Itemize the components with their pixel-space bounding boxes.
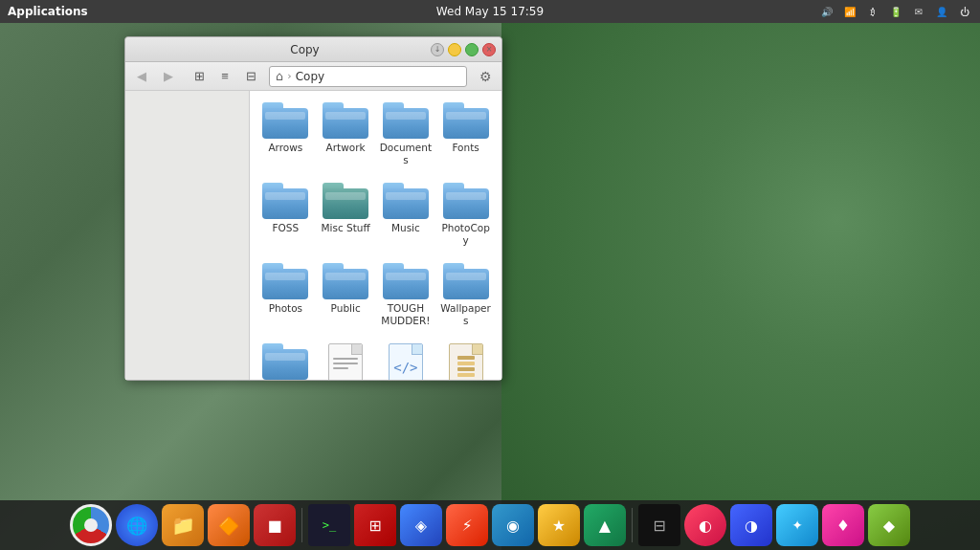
dock-item-app13[interactable]: ⊟ [638, 504, 680, 546]
folder-music-icon [383, 183, 429, 219]
dock-item-app5[interactable]: ■ [254, 504, 296, 546]
wifi-icon[interactable]: 📶 [842, 4, 858, 19]
list-item[interactable]: Misc Stuff [318, 179, 374, 255]
file-label-arrows: Arrows [268, 142, 302, 154]
download-btn[interactable]: ↓ [431, 43, 444, 56]
list-item[interactable]: Websites [257, 340, 314, 380]
dock-item-app9[interactable]: ⚡ [446, 504, 488, 546]
dock-item-firefox[interactable]: 🌐 [116, 504, 158, 546]
list-item[interactable]: FOSS [257, 179, 314, 255]
list-item[interactable]: desktop.ini [318, 340, 374, 380]
dock-item-app8[interactable]: ◈ [400, 504, 442, 546]
file-label-toughmudder: TOUGH MUDDER! [380, 302, 433, 326]
maximize-button[interactable] [465, 43, 479, 56]
folder-websites-icon [262, 343, 308, 380]
list-item[interactable]: TOUGH MUDDER! [378, 259, 434, 336]
list-item[interactable]: Artwork [318, 99, 374, 175]
file-label-miscstuff: Misc Stuff [322, 222, 370, 234]
folder-artwork-icon [323, 102, 368, 139]
file-forgedtargz-icon [449, 343, 483, 380]
speaker-icon[interactable]: 🔊 [819, 4, 835, 19]
file-desktopini-icon [328, 343, 363, 380]
datetime-display: Wed May 15 17:59 [436, 5, 544, 18]
power-icon[interactable]: ⏻ [957, 4, 972, 19]
folder-photocopy-icon [443, 183, 489, 219]
minimize-button[interactable] [448, 43, 461, 56]
close-button[interactable]: × [482, 43, 496, 56]
dock-item-files[interactable]: 📁 [162, 504, 204, 546]
settings-button[interactable]: ⚙ [473, 65, 498, 88]
window-controls: ↓ × [431, 43, 496, 56]
applications-menu[interactable]: Applications [8, 5, 88, 18]
list-item[interactable]: Music [378, 179, 434, 255]
path-separator: › [287, 70, 291, 82]
dock-item-app18[interactable]: ◆ [868, 504, 910, 546]
folder-documents-icon [383, 102, 429, 139]
home-icon: ⌂ [276, 69, 283, 83]
folder-public-icon [323, 263, 368, 299]
icon-view-button[interactable]: ⊞ [187, 65, 212, 88]
list-item[interactable]: Fonts [437, 99, 494, 175]
file-content: Arrows Artwork Documents [125, 91, 501, 380]
file-label-documents: Documents [380, 142, 433, 165]
file-label-photocopy: PhotoCopy [439, 222, 492, 246]
folder-photos-icon [262, 263, 308, 299]
back-button[interactable]: ◀ [129, 65, 154, 88]
dock-item-app16[interactable]: ✦ [776, 504, 818, 546]
file-label-fonts: Fonts [452, 142, 479, 154]
location-bar: ⌂ › Copy [269, 66, 467, 87]
list-item[interactable]: Public [318, 259, 374, 336]
current-path: Copy [296, 70, 324, 83]
file-label-foss: FOSS [273, 222, 300, 234]
sidebar [125, 91, 250, 380]
battery-icon[interactable]: 🔋 [888, 4, 903, 19]
list-item[interactable]: Forged.tar.gz [437, 340, 494, 380]
file-label-artwork: Artwork [326, 142, 366, 154]
list-item[interactable]: Documents [378, 99, 434, 175]
wallpaper-muppet [501, 0, 980, 550]
list-item[interactable]: Arrows [257, 99, 314, 175]
folder-wallpapers-icon [443, 263, 489, 299]
dock-item-app11[interactable]: ★ [538, 504, 580, 546]
view-toggles: ⊞ ≡ ⊟ [187, 65, 263, 88]
file-manager-window: Copy ↓ × ◀ ▶ ⊞ ≡ ⊟ ⌂ › Copy ⚙ [124, 36, 502, 381]
user-icon[interactable]: 👤 [934, 4, 949, 19]
list-item[interactable]: PhotoCopy [437, 179, 494, 255]
dock-item-chrome[interactable] [70, 504, 112, 546]
dock-item-app14[interactable]: ◐ [684, 504, 726, 546]
file-label-public: Public [331, 302, 361, 315]
dock-separator-2 [632, 508, 633, 542]
taskbar: 🌐 📁 🔶 ■ >_ ⊞ ◈ ⚡ ◉ ★ ▲ ⊟ ◐ ◑ ✦ ♦ [0, 500, 980, 550]
dock-separator-1 [301, 508, 302, 542]
title-bar: Copy ↓ × [125, 37, 501, 62]
file-label-music: Music [391, 222, 420, 234]
files-grid: Arrows Artwork Documents [250, 91, 501, 380]
file-label-photos: Photos [269, 302, 302, 315]
system-tray: 🔊 📶 ₿ 🔋 ✉ 👤 ⏻ [819, 4, 972, 19]
compact-view-button[interactable]: ⊟ [238, 65, 263, 88]
dock-item-app7[interactable]: ⊞ [354, 504, 396, 546]
dock-item-vlc[interactable]: 🔶 [208, 504, 250, 546]
email-icon[interactable]: ✉ [911, 4, 926, 19]
folder-miscstuff-icon [323, 183, 368, 219]
folder-arrows-icon [262, 102, 308, 139]
dock-item-app12[interactable]: ▲ [584, 504, 626, 546]
dock-item-terminal[interactable]: >_ [308, 504, 350, 546]
forward-button[interactable]: ▶ [156, 65, 181, 88]
folder-fonts-icon [443, 102, 489, 139]
dock-item-app17[interactable]: ♦ [822, 504, 864, 546]
window-title: Copy [179, 43, 431, 56]
bluetooth-icon[interactable]: ₿ [865, 4, 880, 19]
list-item[interactable]: </> FileZilla.xml [378, 340, 434, 380]
folder-toughmudder-icon [383, 263, 429, 299]
top-panel: Applications Wed May 15 17:59 🔊 📶 ₿ 🔋 ✉ … [0, 0, 980, 23]
list-item[interactable]: Wallpapers [437, 259, 494, 336]
file-filezillaxml-icon: </> [389, 343, 423, 380]
list-view-button[interactable]: ≡ [212, 65, 237, 88]
dock-item-app10[interactable]: ◉ [492, 504, 534, 546]
toolbar: ◀ ▶ ⊞ ≡ ⊟ ⌂ › Copy ⚙ [125, 62, 501, 91]
file-label-wallpapers: Wallpapers [439, 302, 492, 326]
list-item[interactable]: Photos [257, 259, 314, 336]
dock-item-app15[interactable]: ◑ [730, 504, 772, 546]
folder-foss-icon [262, 183, 308, 219]
